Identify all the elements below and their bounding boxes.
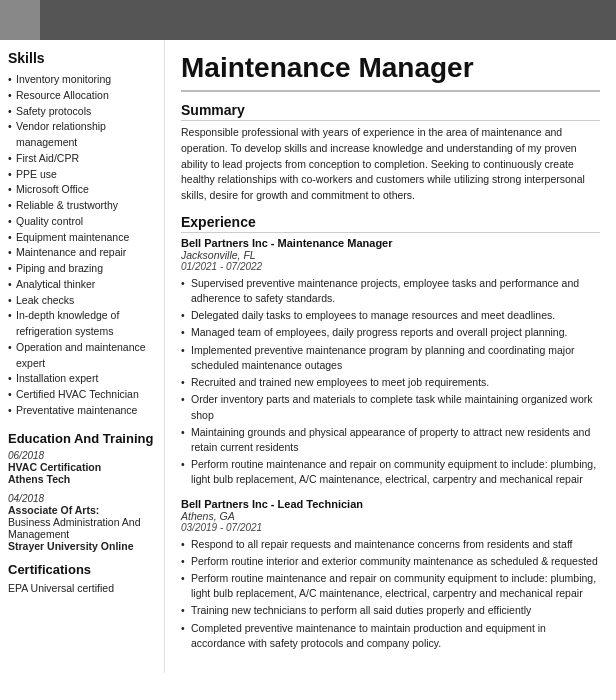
exp-dates: 01/2021 - 07/2022 — [181, 261, 600, 272]
exp-bullet: Maintaining grounds and physical appeara… — [181, 425, 600, 455]
skill-item: First Aid/CPR — [8, 151, 156, 167]
skill-item: Certified HVAC Technician — [8, 387, 156, 403]
skill-item: Maintenance and repair — [8, 245, 156, 261]
skill-item: Safety protocols — [8, 104, 156, 120]
cert-text: EPA Universal certified — [8, 581, 156, 596]
skills-title: Skills — [8, 50, 156, 66]
top-bar-accent — [0, 0, 40, 40]
skill-item: Reliable & trustworthy — [8, 198, 156, 214]
summary-section: Summary Responsible professional with ye… — [181, 102, 600, 204]
exp-bullet: Perform routine maintenance and repair o… — [181, 457, 600, 487]
experience-title: Experience — [181, 214, 600, 233]
skill-item: Preventative maintenance — [8, 403, 156, 419]
edu-degree: Associate Of Arts: — [8, 504, 156, 516]
skill-item: Leak checks — [8, 293, 156, 309]
exp-bullet: Managed team of employees, daily progres… — [181, 325, 600, 340]
skill-item: Installation expert — [8, 371, 156, 387]
cert-title: Certifications — [8, 562, 156, 577]
exp-bullets-list: Supervised preventive maintenance projec… — [181, 276, 600, 488]
edu-degree: HVAC Certification — [8, 461, 156, 473]
summary-text: Responsible professional with years of e… — [181, 125, 600, 204]
edu-field: Business Administration And Management — [8, 516, 156, 540]
main-content: Maintenance Manager Summary Responsible … — [165, 40, 616, 673]
exp-bullet: Training new technicians to perform all … — [181, 603, 600, 618]
skill-item: Resource Allocation — [8, 88, 156, 104]
exp-location: Jacksonville, FL — [181, 249, 600, 261]
resume-name: Maintenance Manager — [181, 52, 600, 92]
experience-section: Experience Bell Partners Inc - Maintenan… — [181, 214, 600, 651]
top-bar — [0, 0, 616, 40]
exp-bullet: Perform routine interior and exterior co… — [181, 554, 600, 569]
skill-item: Analytical thinker — [8, 277, 156, 293]
exp-bullet: Respond to all repair requests and maint… — [181, 537, 600, 552]
exp-entry: Bell Partners Inc - Lead Technician Athe… — [181, 498, 600, 652]
skill-item: Microsoft Office — [8, 182, 156, 198]
skills-list: Inventory monitoringResource AllocationS… — [8, 72, 156, 419]
exp-bullet: Implemented preventive maintenance progr… — [181, 343, 600, 373]
skill-item: Vendor relationship management — [8, 119, 156, 151]
skill-item: Piping and brazing — [8, 261, 156, 277]
exp-location: Athens, GA — [181, 510, 600, 522]
edu-entry: 04/2018 Associate Of Arts: Business Admi… — [8, 493, 156, 552]
skill-item: Quality control — [8, 214, 156, 230]
exp-bullet: Delegated daily tasks to employees to ma… — [181, 308, 600, 323]
skill-item: PPE use — [8, 167, 156, 183]
exp-bullet: Completed preventive maintenance to main… — [181, 621, 600, 651]
exp-company-role: Bell Partners Inc - Maintenance Manager — [181, 237, 600, 249]
education-title: Education And Training — [8, 431, 156, 446]
skill-item: Operation and maintenance expert — [8, 340, 156, 372]
exp-company-role: Bell Partners Inc - Lead Technician — [181, 498, 600, 510]
edu-org: Athens Tech — [8, 473, 156, 485]
edu-org: Strayer University Online — [8, 540, 156, 552]
skill-item: Equipment maintenance — [8, 230, 156, 246]
sidebar: Skills Inventory monitoringResource Allo… — [0, 40, 165, 673]
edu-date: 06/2018 — [8, 450, 156, 461]
edu-date: 04/2018 — [8, 493, 156, 504]
skill-item: Inventory monitoring — [8, 72, 156, 88]
exp-dates: 03/2019 - 07/2021 — [181, 522, 600, 533]
exp-entry: Bell Partners Inc - Maintenance Manager … — [181, 237, 600, 488]
exp-bullet: Perform routine maintenance and repair o… — [181, 571, 600, 601]
exp-bullets-list: Respond to all repair requests and maint… — [181, 537, 600, 652]
summary-title: Summary — [181, 102, 600, 121]
exp-bullet: Order inventory parts and materials to c… — [181, 392, 600, 422]
skill-item: In-depth knowledge of refrigeration syst… — [8, 308, 156, 340]
exp-bullet: Recruited and trained new employees to m… — [181, 375, 600, 390]
edu-entry: 06/2018 HVAC Certification Athens Tech — [8, 450, 156, 485]
exp-bullet: Supervised preventive maintenance projec… — [181, 276, 600, 306]
